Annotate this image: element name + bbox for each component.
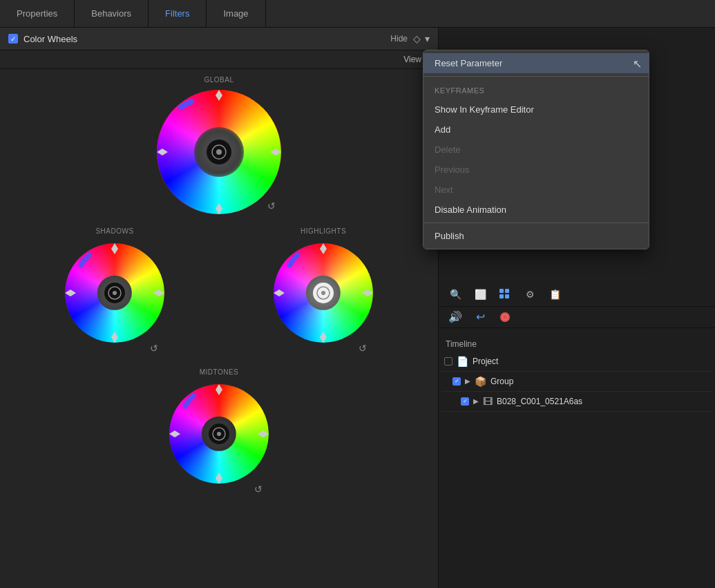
shadows-color-wheel[interactable]: ↺ — [61, 238, 169, 359]
menu-item-disable-animation[interactable]: Disable Animation — [423, 200, 649, 220]
highlights-wheel-wrapper: ↺ — [270, 238, 377, 361]
timeline-row-group[interactable]: ▶ 📦 Group — [441, 372, 712, 392]
project-name: Project — [473, 357, 498, 366]
record-icon-svg — [499, 311, 511, 323]
menu-item-reset-parameter[interactable]: Reset Parameter ↖ — [423, 53, 649, 73]
menu-divider-1 — [423, 76, 649, 77]
view-row: View ▾ — [0, 50, 438, 69]
global-wheel-wrapper: ↺ — [153, 86, 285, 220]
svg-point-5 — [216, 149, 222, 155]
clip-icon: 🎞 — [483, 396, 493, 407]
timeline-row-project[interactable]: 📄 Project — [441, 352, 712, 372]
view-toolbar-icon[interactable]: ⬜ — [470, 287, 490, 302]
top-tabs: Properties Behaviors Filters Image — [0, 0, 715, 28]
clip-checkbox[interactable] — [461, 397, 469, 406]
group-name: Group — [490, 377, 513, 386]
panel-toolbar: 🔍 ⬜ ⚙ 📋 — [439, 283, 715, 307]
color-wheels-title: Color Wheels — [23, 34, 385, 44]
highlights-wheel-item: HIGHLIGHTS — [270, 227, 377, 361]
group-checkbox[interactable] — [452, 377, 461, 386]
menu-item-show-keyframe-editor[interactable]: Show In Keyframe Editor — [423, 99, 649, 120]
grid-icon-svg — [499, 288, 511, 301]
project-checkbox[interactable] — [444, 357, 452, 366]
midtones-color-wheel[interactable]: ↺ — [166, 379, 273, 500]
group-icon: 📦 — [475, 376, 486, 387]
hide-button[interactable]: Hide — [390, 34, 408, 44]
shadows-label: SHADOWS — [95, 227, 133, 235]
tab-image[interactable]: Image — [207, 0, 265, 27]
layers-toolbar-icon[interactable]: 📋 — [545, 287, 564, 302]
media-controls: 🔊 ↩ — [439, 307, 715, 328]
menu-divider-2 — [423, 222, 649, 223]
grid-toolbar-icon[interactable] — [495, 287, 515, 302]
svg-point-34 — [217, 432, 221, 436]
svg-rect-41 — [505, 289, 509, 293]
svg-rect-43 — [505, 294, 509, 298]
midtones-label: MIDTONES — [200, 368, 239, 376]
timeline-row-clip[interactable]: ▶ 🎞 B028_C001_0521A6as — [441, 392, 712, 412]
highlights-label: HIGHLIGHTS — [301, 227, 346, 235]
global-wheel-item: GLOBAL — [153, 76, 285, 220]
menu-item-delete: Delete — [423, 140, 649, 160]
global-reset-icon: ↺ — [267, 200, 276, 211]
global-label: GLOBAL — [204, 76, 233, 84]
loop-icon[interactable]: ↩ — [470, 310, 490, 325]
left-panel: Color Wheels Hide ◇ ▾ View ▾ GLOBAL — [0, 28, 439, 588]
dropdown-menu: Reset Parameter ↖ KEYFRAMES Show In Keyf… — [423, 50, 649, 249]
svg-text:↺: ↺ — [359, 343, 367, 354]
menu-section-keyframes: KEYFRAMES — [423, 79, 649, 99]
shadows-wheel-item: SHADOWS — [61, 227, 169, 361]
svg-rect-42 — [499, 294, 504, 298]
menu-item-previous: Previous — [423, 160, 649, 180]
svg-rect-40 — [499, 289, 504, 293]
keyframe-icon[interactable]: ◇ — [413, 33, 421, 44]
tab-filters[interactable]: Filters — [149, 0, 207, 27]
highlights-color-wheel[interactable]: ↺ — [270, 238, 377, 359]
tab-behaviors[interactable]: Behaviors — [75, 0, 149, 27]
record-icon[interactable] — [495, 310, 515, 325]
color-wheels-checkbox[interactable] — [8, 34, 18, 44]
timeline-label: Timeline — [439, 334, 715, 352]
svg-point-24 — [321, 291, 325, 295]
shadows-wheel-wrapper: ↺ — [61, 238, 169, 361]
color-wheels-icons: ◇ ▾ — [413, 33, 430, 44]
group-expand-arrow[interactable]: ▶ — [465, 377, 470, 385]
svg-text:↺: ↺ — [150, 343, 158, 354]
search-toolbar-icon[interactable]: 🔍 — [446, 287, 465, 302]
svg-point-45 — [502, 314, 508, 320]
clip-name: B028_C001_0521A6as — [497, 397, 582, 406]
timeline-area: Timeline 📄 Project ▶ 📦 Group — [439, 334, 715, 589]
menu-item-add[interactable]: Add — [423, 120, 649, 140]
audio-icon[interactable]: 🔊 — [446, 310, 465, 325]
color-wheels-grid: GLOBAL — [0, 69, 438, 509]
settings-toolbar-icon[interactable]: ⚙ — [520, 287, 540, 302]
svg-point-14 — [113, 291, 117, 295]
expand-icon[interactable]: ▾ — [425, 33, 430, 44]
project-icon: 📄 — [457, 356, 468, 367]
global-color-wheel[interactable]: ↺ — [153, 86, 285, 218]
svg-text:↺: ↺ — [254, 484, 263, 495]
color-wheels-header: Color Wheels Hide ◇ ▾ — [0, 28, 438, 50]
menu-item-publish[interactable]: Publish — [423, 226, 649, 246]
cursor-icon: ↖ — [633, 57, 642, 70]
clip-expand-arrow[interactable]: ▶ — [473, 397, 479, 405]
timeline-items: 📄 Project ▶ 📦 Group ▶ 🎞 B028_C001_0521A6… — [439, 352, 715, 412]
menu-item-next: Next — [423, 180, 649, 200]
tab-properties[interactable]: Properties — [0, 0, 75, 27]
midtones-wheel-item: MIDTONES — [166, 368, 273, 502]
midtones-wheel-wrapper: ↺ — [166, 379, 273, 502]
